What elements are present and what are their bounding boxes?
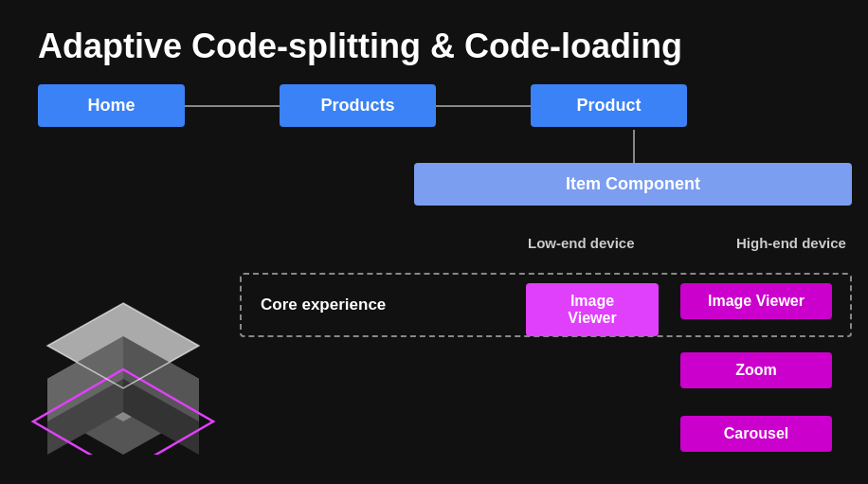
item-component-box: Item Component bbox=[414, 163, 852, 206]
nav-products[interactable]: Products bbox=[280, 84, 436, 127]
connector-vertical bbox=[633, 130, 635, 163]
nav-row: Home Products Product bbox=[38, 84, 687, 127]
logo-area bbox=[19, 275, 227, 445]
core-experience-label: Core experience bbox=[261, 296, 386, 314]
high-end-device-label: High-end device bbox=[736, 235, 846, 251]
nav-product[interactable]: Product bbox=[531, 84, 687, 127]
image-viewer-high[interactable]: Image Viewer bbox=[680, 283, 832, 319]
connector-home-products bbox=[185, 105, 280, 107]
page-title: Adaptive Code-splitting & Code-loading bbox=[38, 27, 682, 66]
connector-products-product bbox=[436, 105, 531, 107]
stack-icon bbox=[19, 275, 227, 455]
zoom-box[interactable]: Zoom bbox=[680, 352, 832, 388]
carousel-box[interactable]: Carousel bbox=[680, 416, 832, 452]
image-viewer-low[interactable]: Image Viewer bbox=[526, 283, 659, 336]
nav-home[interactable]: Home bbox=[38, 84, 185, 127]
low-end-device-label: Low-end device bbox=[528, 235, 635, 251]
